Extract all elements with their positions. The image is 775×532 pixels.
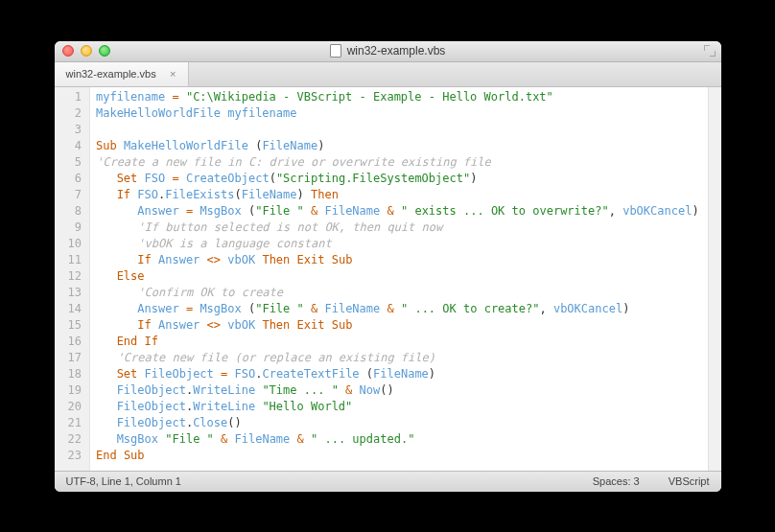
editor-window: win32-example.vbs win32-example.vbs × 12…	[55, 41, 721, 492]
status-lang[interactable]: VBScript	[669, 475, 710, 487]
tab-close-icon[interactable]: ×	[170, 68, 176, 80]
titlebar: win32-example.vbs	[55, 41, 721, 62]
window-title-wrap: win32-example.vbs	[55, 44, 721, 58]
vertical-scrollbar[interactable]	[708, 87, 721, 471]
tab-active[interactable]: win32-example.vbs ×	[55, 62, 189, 86]
fullscreen-icon[interactable]	[704, 45, 716, 57]
editor-area: 1234567891011121314151617181920212223 my…	[55, 87, 721, 471]
status-bar: UTF-8, Line 1, Column 1 Spaces: 3 VBScri…	[55, 471, 721, 492]
tab-bar: win32-example.vbs ×	[55, 62, 721, 87]
minimize-window-button[interactable]	[81, 45, 92, 57]
zoom-window-button[interactable]	[99, 45, 110, 57]
document-icon	[330, 44, 341, 58]
line-number-gutter: 1234567891011121314151617181920212223	[55, 87, 90, 471]
traffic-lights	[55, 45, 110, 57]
tab-label: win32-example.vbs	[66, 68, 156, 80]
close-window-button[interactable]	[62, 45, 74, 57]
window-title: win32-example.vbs	[347, 44, 446, 58]
status-left[interactable]: UTF-8, Line 1, Column 1	[66, 475, 181, 487]
code-content[interactable]: myfilename = "C:\Wikipedia - VBScript - …	[90, 87, 708, 471]
status-spaces[interactable]: Spaces: 3	[593, 475, 640, 487]
